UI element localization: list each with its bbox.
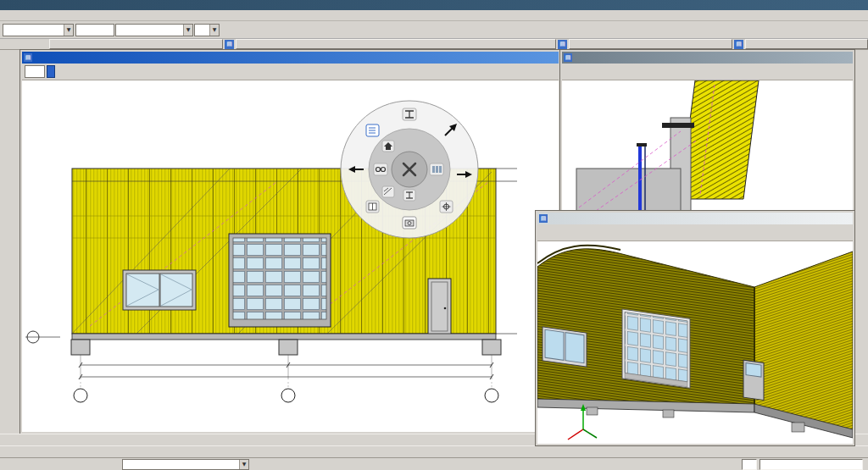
absicol-field[interactable] bbox=[75, 24, 114, 36]
main-toolbar: ▼ ▼ ▼ bbox=[0, 21, 868, 39]
window-list-icon[interactable]: ▤ bbox=[734, 40, 743, 49]
info-bar: ▤ ▤ ▤ bbox=[0, 39, 868, 50]
info-segment-elevation[interactable] bbox=[745, 39, 868, 49]
radial-menu[interactable] bbox=[338, 98, 481, 241]
garage-door[interactable] bbox=[229, 234, 331, 327]
axis-combo[interactable]: ▼ bbox=[3, 24, 74, 36]
document-icon: ▤ bbox=[564, 53, 572, 62]
door-3d[interactable] bbox=[743, 360, 764, 400]
chevron-down-icon[interactable]: ▼ bbox=[209, 25, 219, 36]
garage-door-3d[interactable] bbox=[622, 309, 690, 388]
info-segment-message[interactable] bbox=[49, 39, 223, 49]
right-tool-column bbox=[854, 50, 868, 434]
elevation-window-toolbar bbox=[22, 64, 559, 80]
home-icon[interactable] bbox=[382, 141, 394, 152]
door[interactable] bbox=[428, 279, 451, 335]
casement-window[interactable] bbox=[123, 270, 196, 310]
chevron-down-icon[interactable]: ▼ bbox=[64, 25, 73, 36]
document-icon: ▤ bbox=[24, 53, 32, 62]
zoom-value-field[interactable] bbox=[25, 65, 45, 78]
chevron-down-icon[interactable]: ▼ bbox=[183, 25, 192, 36]
section-window-toolbar bbox=[562, 64, 853, 80]
dimension-lines bbox=[79, 355, 493, 379]
beam-profile-icon[interactable] bbox=[403, 108, 416, 120]
number-combo[interactable]: ▼ bbox=[194, 24, 220, 36]
perspective-drawing bbox=[537, 241, 853, 444]
perspective-canvas[interactable] bbox=[537, 241, 853, 444]
bottom-toolbar-row2 bbox=[0, 445, 868, 457]
level-markers bbox=[496, 169, 517, 334]
perspective-window-toolbar bbox=[537, 224, 853, 241]
chevron-down-icon[interactable]: ▼ bbox=[239, 459, 248, 470]
panel-window-icon[interactable] bbox=[366, 201, 379, 213]
foundation bbox=[71, 334, 501, 355]
casement-window-3d[interactable] bbox=[542, 327, 587, 367]
left-tool-column bbox=[0, 50, 19, 434]
document-icon: ▤ bbox=[539, 214, 548, 223]
hatch-icon[interactable] bbox=[382, 186, 394, 197]
section-window-titlebar[interactable]: ▤ bbox=[562, 52, 853, 64]
binoculars-icon[interactable] bbox=[374, 163, 387, 175]
section-wall-mass bbox=[576, 118, 694, 211]
elevation-window-titlebar[interactable]: ▤ bbox=[22, 52, 559, 64]
perspective-window: ▤ bbox=[536, 211, 854, 445]
window-list-icon[interactable]: ▤ bbox=[225, 40, 234, 49]
gear-icon[interactable] bbox=[440, 201, 453, 213]
close-radial-button[interactable] bbox=[392, 152, 427, 187]
gable-wall-3d[interactable] bbox=[754, 252, 853, 431]
beam-small-icon[interactable] bbox=[403, 190, 415, 201]
color-combo[interactable]: ▼ bbox=[115, 24, 193, 36]
panels-icon[interactable] bbox=[430, 163, 443, 175]
count-field bbox=[742, 459, 757, 470]
grid-bubbles bbox=[74, 382, 498, 402]
info-segment-dimetrie[interactable] bbox=[236, 39, 556, 49]
info-segment-section[interactable] bbox=[569, 39, 732, 49]
points-combo[interactable]: ▼ bbox=[122, 459, 249, 470]
menu-bar bbox=[0, 10, 868, 21]
camera-icon[interactable] bbox=[403, 217, 416, 229]
window-list-icon[interactable]: ▤ bbox=[558, 40, 567, 49]
title-bar bbox=[0, 0, 868, 10]
document-icon[interactable] bbox=[366, 124, 379, 136]
on-button[interactable] bbox=[47, 65, 55, 78]
section-roof-panel[interactable] bbox=[680, 80, 759, 199]
mode-field[interactable] bbox=[760, 459, 863, 470]
datum-marker bbox=[25, 331, 60, 343]
status-bar: ▼ bbox=[0, 457, 868, 470]
perspective-window-titlebar[interactable]: ▤ bbox=[537, 213, 853, 224]
application-window: ▼ ▼ ▼ ▤ ▤ ▤ ▤ bbox=[0, 0, 868, 470]
